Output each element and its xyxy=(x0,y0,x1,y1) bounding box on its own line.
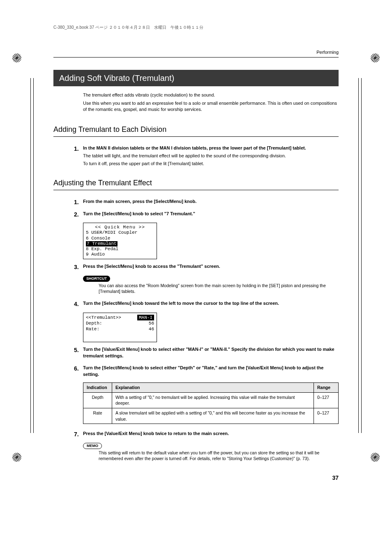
step-number: 7. xyxy=(74,431,83,439)
step-number: 5. xyxy=(74,346,83,361)
step-title: Turn the [Value/Exit Menu] knob to selec… xyxy=(83,346,339,359)
table-cell: With a setting of "0," no tremulant will… xyxy=(112,392,314,408)
lcd-title: << Quick Menu >> xyxy=(86,225,154,230)
lcd-param-label: Rate: xyxy=(86,326,99,332)
step-title: Turn the [Select/Menu] knob to select "7… xyxy=(83,211,339,217)
page-number: 37 xyxy=(53,474,339,482)
memo-badge: MEMO xyxy=(83,443,102,449)
subsection-title: Adjusting the Tremulant Effect xyxy=(53,178,339,190)
lcd-title-right: MAN-I xyxy=(137,315,154,320)
table-row: Depth With a setting of "0," no tremulan… xyxy=(83,392,339,408)
step: 3. Press the [Select/Menu] knob to acces… xyxy=(74,263,339,272)
table-row: Rate A slow tremulant will be applied wi… xyxy=(83,408,339,424)
step-number: 3. xyxy=(74,263,83,272)
step-number: 1. xyxy=(74,198,83,207)
step: 4. Turn the [Select/Menu] knob toward th… xyxy=(74,300,339,309)
step-title: In the MAN II division tablets or the MA… xyxy=(83,145,339,151)
step-number: 4. xyxy=(74,300,83,309)
lcd-line: 6 Console xyxy=(86,236,154,241)
step-title: From the main screen, press the [Select/… xyxy=(83,198,339,205)
table-cell: 0–127 xyxy=(314,408,339,424)
lcd-line-selected: 7 Tremulant xyxy=(86,241,118,246)
page-content: C-380_330_e.book 37 ページ ２０１０年４月２８日 水曜日 午… xyxy=(0,25,392,482)
table-header: Explanation xyxy=(112,383,314,393)
intro-paragraph: The tremulant effect adds vibrato (cycli… xyxy=(83,92,339,98)
intro-paragraph: Use this when you want to add an express… xyxy=(83,100,339,113)
step: 6. Turn the [Select/Menu] knob to select… xyxy=(74,365,339,379)
lcd-screenshot: << Quick Menu >> 5 USER/MIDI Coupler 6 C… xyxy=(83,223,157,259)
lcd-line: 8 Exp. Pedal xyxy=(86,246,154,252)
table-cell: Rate xyxy=(83,408,112,424)
section-header: Performing xyxy=(53,49,339,58)
step-number: 6. xyxy=(74,365,83,379)
lcd-param-label: Depth: xyxy=(86,320,102,326)
step-line: To turn it off, press the upper part of … xyxy=(83,161,339,167)
table-cell: 0–127 xyxy=(314,392,339,408)
intro-text: The tremulant effect adds vibrato (cycli… xyxy=(83,92,339,113)
step: 1. In the MAN II division tablets or the… xyxy=(74,145,339,168)
step-title: Press the [Select/Menu] knob to access t… xyxy=(83,263,339,269)
step: 1. From the main screen, press the [Sele… xyxy=(74,198,339,207)
step-number: 1. xyxy=(74,145,83,168)
step-title: Press the [Value/Exit Menu] knob twice t… xyxy=(83,431,339,437)
step-number: 2. xyxy=(74,211,83,219)
subsection-title: Adding Tremulant to Each Division xyxy=(53,124,339,137)
lcd-param-value: 46 xyxy=(149,326,154,332)
file-stamp: C-380_330_e.book 37 ページ ２０１０年４月２８日 水曜日 午… xyxy=(53,25,339,33)
shortcut-badge: SHORTCUT xyxy=(83,276,110,282)
lcd-line: 9 Audio xyxy=(86,252,154,257)
lcd-screenshot: <<Tremulant>> MAN-I Depth: 56 Rate: 46 xyxy=(83,313,157,343)
lcd-line: 5 USER/MIDI Coupler xyxy=(86,230,154,235)
lcd-title-left: <<Tremulant>> xyxy=(86,315,121,320)
step-title: Turn the [Select/Menu] knob toward the l… xyxy=(83,300,339,306)
lcd-param-value: 56 xyxy=(149,320,154,326)
step: 2. Turn the [Select/Menu] knob to select… xyxy=(74,211,339,219)
step: 7. Press the [Value/Exit Menu] knob twic… xyxy=(74,431,339,439)
shortcut-text: You can also access the "Room Modeling" … xyxy=(99,283,339,295)
step-title: Turn the [Select/Menu] knob to select ei… xyxy=(83,365,339,378)
page-title: Adding Soft Vibrato (Tremulant) xyxy=(53,70,339,86)
table-header: Indication xyxy=(83,383,112,393)
table-header: Range xyxy=(314,383,339,393)
parameter-table: Indication Explanation Range Depth With … xyxy=(83,382,339,424)
table-cell: Depth xyxy=(83,392,112,408)
step-line: The tablet will light, and the tremulant… xyxy=(83,153,339,159)
step: 5. Turn the [Value/Exit Menu] knob to se… xyxy=(74,346,339,361)
table-cell: A slow tremulant will be applied with a … xyxy=(112,408,314,424)
memo-text: This setting will return to the default … xyxy=(99,450,339,462)
